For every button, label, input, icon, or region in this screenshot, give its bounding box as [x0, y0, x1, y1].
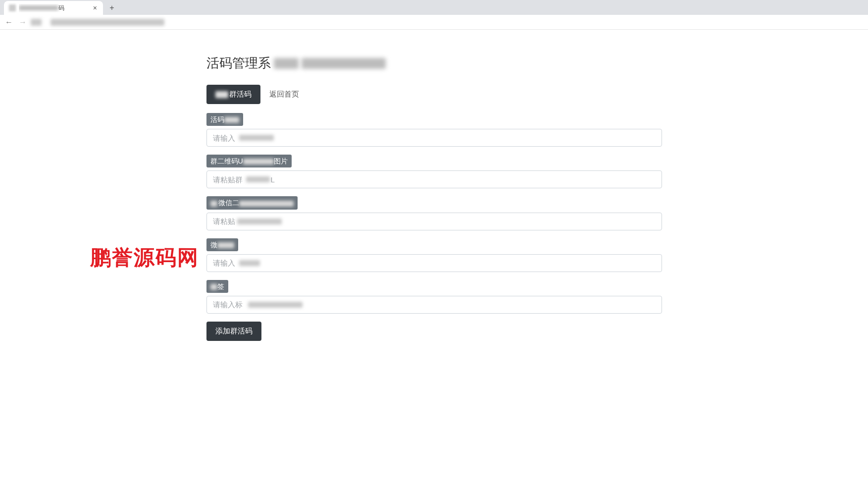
new-tab-button[interactable]: + — [106, 2, 118, 14]
input-wechat-qr[interactable] — [206, 213, 662, 230]
tab-return-home[interactable]: 返回首页 — [260, 85, 308, 104]
label-tags: 签 — [206, 280, 228, 293]
page-content: 活码管理系 群活码 返回首页 活码 群二维码U图片 — [0, 30, 868, 341]
page-title: 活码管理系 — [206, 55, 662, 72]
forward-button[interactable]: → — [17, 16, 29, 28]
tab-title: 码 — [19, 4, 89, 12]
label-wechat-id: 微 — [206, 238, 238, 251]
form-group-qr-url: 群二维码U图片 L — [206, 155, 662, 188]
browser-tab-active[interactable]: 码 × — [4, 1, 103, 15]
browser-toolbar: ← → — [0, 15, 868, 30]
form-container: 活码管理系 群活码 返回首页 活码 群二维码U图片 — [206, 55, 662, 341]
label-group-qr-url: 群二维码U图片 — [206, 155, 292, 167]
input-tags[interactable] — [206, 296, 662, 314]
browser-tabs-row: 码 × + — [0, 0, 868, 15]
form-group-wechat-qr: 微信二 — [206, 196, 662, 230]
reload-icon-blurred — [31, 19, 42, 26]
tab-close-icon[interactable]: × — [92, 4, 98, 12]
label-code-title: 活码 — [206, 113, 243, 126]
tab-add-group-code[interactable]: 群活码 — [206, 85, 260, 104]
back-button[interactable]: ← — [3, 16, 15, 28]
address-bar-blurred[interactable] — [51, 19, 164, 26]
form-group-title: 活码 — [206, 113, 662, 147]
tab-favicon — [9, 4, 16, 11]
browser-chrome: 码 × + ← → — [0, 0, 868, 30]
form-group-tags: 签 — [206, 280, 662, 314]
input-code-title[interactable] — [206, 129, 662, 147]
submit-add-group-code[interactable]: 添加群活码 — [206, 322, 261, 341]
placeholder-suffix: L — [271, 175, 275, 184]
label-wechat-qr: 微信二 — [206, 196, 298, 209]
nav-tabs: 群活码 返回首页 — [206, 85, 662, 104]
input-wechat-id[interactable] — [206, 254, 662, 272]
form-group-wechat-id: 微 — [206, 238, 662, 272]
